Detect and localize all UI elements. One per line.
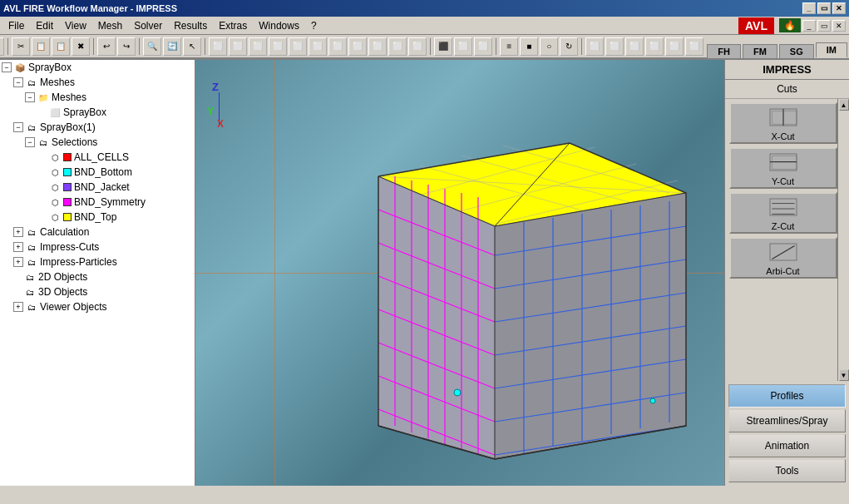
- tb-y5[interactable]: ⬜: [665, 37, 684, 56]
- tb-refresh[interactable]: 🔄: [163, 37, 181, 56]
- tb-y2[interactable]: ⬜: [605, 37, 624, 56]
- menu-results[interactable]: Results: [169, 18, 212, 33]
- z-cut-button[interactable]: Z-Cut: [729, 192, 837, 234]
- tb-v9[interactable]: ⬜: [368, 37, 387, 56]
- tree-impress-particles[interactable]: + 🗂 Impress-Particles: [0, 254, 195, 269]
- menu-edit[interactable]: Edit: [31, 18, 58, 33]
- tb-x3[interactable]: ○: [540, 37, 558, 56]
- tree-bnd-bottom[interactable]: ⬡ BND_Bottom: [0, 165, 195, 180]
- tb-paste[interactable]: 📋: [52, 37, 70, 56]
- tb-v7[interactable]: ⬜: [328, 37, 347, 56]
- menu-mesh[interactable]: Mesh: [93, 18, 127, 33]
- sep5: [205, 38, 205, 55]
- tb-y1[interactable]: ⬜: [585, 37, 604, 56]
- tb-v11[interactable]: ⬜: [408, 37, 427, 56]
- tb-v3[interactable]: ⬜: [249, 37, 267, 56]
- tree-viewer-objects[interactable]: + 🗂 Viewer Objects: [0, 299, 195, 314]
- tb-y3[interactable]: ⬜: [625, 37, 644, 56]
- tree-impress-cuts[interactable]: + 🗂 Impress-Cuts: [0, 240, 195, 254]
- tb-undo[interactable]: ↩: [97, 37, 116, 56]
- spraybox1-icon: 🗂: [25, 121, 38, 134]
- bnd-jacket-label: BND_Jacket: [74, 181, 130, 193]
- 3d-icon: 🗂: [23, 285, 37, 299]
- bnd-bottom-icon: ⬡: [48, 166, 62, 179]
- tb-v6[interactable]: ⬜: [309, 37, 327, 56]
- animation-button[interactable]: Animation: [728, 434, 846, 457]
- tb-w3[interactable]: ⬜: [474, 37, 492, 56]
- menu-help[interactable]: ?: [306, 18, 322, 33]
- tree-spraybox-mesh[interactable]: ⬜ SprayBox: [0, 105, 195, 120]
- menu-minimize[interactable]: _: [802, 20, 816, 32]
- menu-solver[interactable]: Solver: [129, 18, 167, 33]
- tree-root[interactable]: − 📦 SprayBox: [0, 60, 195, 75]
- scrollbar-up[interactable]: ▲: [839, 99, 849, 111]
- particles-expander[interactable]: +: [13, 257, 23, 267]
- z-cut-label: Z-Cut: [772, 221, 795, 231]
- menu-windows[interactable]: Windows: [254, 18, 304, 33]
- mesh-files-expander[interactable]: −: [25, 92, 35, 102]
- tb-v1[interactable]: ⬜: [209, 37, 227, 56]
- menu-extras[interactable]: Extras: [214, 18, 252, 33]
- x-cut-button[interactable]: X-Cut: [729, 102, 837, 144]
- menu-restore[interactable]: ▭: [817, 20, 831, 32]
- tb-zoomin[interactable]: 🔍: [143, 37, 161, 56]
- tab-fm[interactable]: FM: [743, 44, 777, 58]
- tb-w1[interactable]: ⬛: [434, 37, 452, 56]
- tb-cursor[interactable]: ↖: [183, 37, 201, 56]
- tb-y6[interactable]: ⬜: [685, 37, 703, 56]
- tree-spraybox1[interactable]: − 🗂 SprayBox(1): [0, 120, 195, 135]
- spraybox1-expander[interactable]: −: [13, 122, 23, 132]
- tree-all-cells[interactable]: ⬡ ALL_CELLS: [0, 150, 195, 165]
- tree-2d-objects[interactable]: 🗂 2D Objects: [0, 269, 195, 284]
- viewport[interactable]: Z X Y Z X Y: [195, 60, 724, 486]
- tb-v10[interactable]: ⬜: [388, 37, 407, 56]
- tree-selections[interactable]: − 🗂 Selections: [0, 135, 195, 150]
- tb-x4[interactable]: ↻: [560, 37, 578, 56]
- root-expander[interactable]: −: [2, 62, 12, 72]
- tb-x2[interactable]: ■: [520, 37, 538, 56]
- menu-close[interactable]: ✕: [832, 20, 846, 32]
- tb-v2[interactable]: ⬜: [229, 37, 247, 56]
- tb-cut[interactable]: ✂: [12, 37, 30, 56]
- y-cut-button[interactable]: Y-Cut: [729, 147, 837, 189]
- selections-expander[interactable]: −: [25, 137, 35, 147]
- tab-im[interactable]: IM: [816, 42, 847, 58]
- streamlines-button[interactable]: Streamlines/Spray: [728, 409, 846, 432]
- tb-v8[interactable]: ⬜: [348, 37, 367, 56]
- cut-scrollbar[interactable]: ▲ ▼: [837, 99, 849, 381]
- tb-y4[interactable]: ⬜: [645, 37, 664, 56]
- menu-view[interactable]: View: [60, 18, 91, 33]
- avl-logo: AVL: [738, 17, 774, 34]
- close-button[interactable]: ✕: [832, 2, 846, 14]
- all-cells-color: [63, 153, 72, 161]
- tb-x1[interactable]: ≡: [500, 37, 518, 56]
- tb-del[interactable]: ✖: [72, 37, 90, 56]
- tb-b5[interactable]: ⬜: [0, 37, 4, 56]
- menu-file[interactable]: File: [3, 18, 29, 33]
- tb-redo[interactable]: ↪: [117, 37, 136, 56]
- arbi-cut-button[interactable]: Arbi-Cut: [729, 237, 837, 279]
- tb-v5[interactable]: ⬜: [289, 37, 307, 56]
- tab-sg[interactable]: SG: [779, 44, 814, 58]
- tb-copy[interactable]: 📋: [32, 37, 50, 56]
- restore-button[interactable]: ▭: [817, 2, 831, 14]
- scrollbar-down[interactable]: ▼: [839, 369, 849, 381]
- tree-meshes[interactable]: − 🗂 Meshes: [0, 75, 195, 90]
- app-title: AVL FIRE Workflow Manager - IMPRESS: [3, 3, 177, 13]
- profiles-button[interactable]: Profiles: [728, 384, 846, 408]
- tb-v4[interactable]: ⬜: [269, 37, 287, 56]
- tools-button[interactable]: Tools: [728, 459, 846, 482]
- minimize-button[interactable]: _: [802, 2, 816, 14]
- tb-w2[interactable]: ⬜: [454, 37, 472, 56]
- tree-bnd-jacket[interactable]: ⬡ BND_Jacket: [0, 180, 195, 195]
- viewer-expander[interactable]: +: [13, 302, 23, 312]
- meshes-expander[interactable]: −: [13, 77, 23, 87]
- cuts-expander[interactable]: +: [13, 242, 23, 252]
- tree-bnd-symmetry[interactable]: ⬡ BND_Symmetry: [0, 195, 195, 210]
- tree-3d-objects[interactable]: 🗂 3D Objects: [0, 284, 195, 299]
- tree-bnd-top[interactable]: ⬡ BND_Top: [0, 210, 195, 225]
- tree-calculation[interactable]: + 🗂 Calculation: [0, 225, 195, 240]
- tree-mesh-files[interactable]: − 📁 Meshes: [0, 90, 195, 105]
- calc-expander[interactable]: +: [13, 227, 23, 237]
- tab-fh[interactable]: FH: [707, 44, 741, 58]
